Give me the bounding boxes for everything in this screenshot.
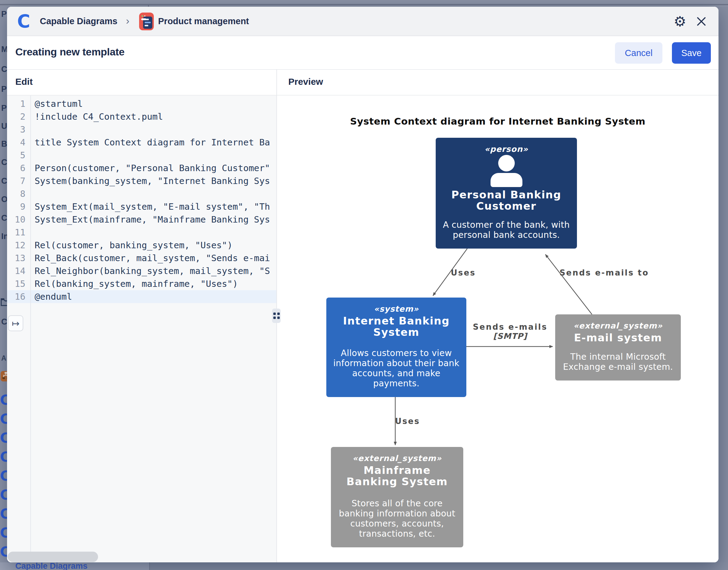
code-line-8[interactable]: 8 (7, 187, 277, 200)
line-text[interactable] (30, 123, 35, 136)
background-menu-item: Pr (1, 103, 7, 113)
create-template-dialog: C Capable Diagrams › Product management … (7, 7, 719, 562)
background-menu-item: Pr (1, 84, 7, 94)
background-space-logo-icon: C (0, 430, 7, 446)
background-menu-item: By (1, 139, 7, 149)
relationship-label: Sends e-mails to (559, 268, 649, 277)
line-text[interactable]: !include C4_Context.puml (30, 110, 163, 123)
settings-gear-icon[interactable]: ⚙ (671, 7, 689, 36)
horizontal-scrollbar-thumb[interactable] (8, 552, 98, 562)
line-text[interactable]: @startuml (30, 97, 83, 110)
background-menu-item: Cl (1, 65, 7, 74)
node-name: Internet Banking System (331, 315, 462, 338)
background-space-logo-icon: C (0, 411, 7, 427)
line-number: 14 (7, 265, 30, 277)
diagram-node-mail_system: «external_system»E-mail systemThe intern… (555, 314, 681, 380)
line-text[interactable]: Rel(banking_system, mainframe, "Uses") (30, 277, 238, 290)
background-bottom-strip: Capable Diagrams (0, 562, 728, 570)
diagram-preview: System Context diagram for Internet Bank… (277, 95, 719, 562)
line-text[interactable] (30, 226, 35, 239)
line-number: 4 (7, 136, 30, 149)
background-menu-item: In (1, 232, 7, 241)
code-line-12[interactable]: 12Rel(customer, banking_system, "Uses") (7, 239, 277, 252)
background-menu-item: O (1, 195, 7, 204)
line-text[interactable]: title System Context diagram for Interne… (30, 136, 270, 149)
background-sidebar-divider (149, 562, 150, 570)
node-name: E-mail system (570, 332, 666, 343)
line-text[interactable] (30, 187, 35, 200)
line-text[interactable]: Rel_Back(customer, mail_system, "Sends e… (30, 252, 270, 265)
background-menu-item: Cl (1, 213, 7, 223)
code-line-3[interactable]: 3 (7, 123, 277, 136)
relationship-label: Uses (395, 416, 420, 426)
line-text[interactable]: System_Ext(mainframe, "Mainframe Banking… (30, 213, 270, 226)
node-stereotype: «system» (374, 304, 419, 313)
code-line-4[interactable]: 4title System Context diagram for Intern… (7, 136, 277, 149)
node-description: Stores all of the core banking informati… (335, 498, 459, 539)
panels-header: Edit Preview (7, 69, 719, 95)
code-line-7[interactable]: 7System(banking_system, "Internet Bankin… (7, 175, 277, 187)
gutter-divider (30, 95, 31, 562)
code-line-15[interactable]: 15Rel(banking_system, mainframe, "Uses") (7, 277, 277, 290)
line-text[interactable]: Rel(customer, banking_system, "Uses") (30, 239, 232, 252)
node-name: Personal Banking Customer (440, 189, 573, 212)
background-sidebar: PrMClPrPrUlByCaCaOClInCrAPCCCCCCCCC (0, 7, 7, 562)
code-line-5[interactable]: 5 (7, 149, 277, 162)
code-line-2[interactable]: 2!include C4_Context.puml (7, 110, 277, 123)
code-line-9[interactable]: 9System_Ext(mail_system, "E-mail system"… (7, 200, 277, 213)
code-line-10[interactable]: 10System_Ext(mainframe, "Mainframe Banki… (7, 213, 277, 226)
code-line-14[interactable]: 14Rel_Neighbor(banking_system, mail_syst… (7, 265, 277, 277)
code-line-16[interactable]: 16@enduml (7, 290, 277, 303)
node-description: The internal Microsoft Exchange e-mail s… (559, 352, 677, 372)
line-text[interactable]: System_Ext(mail_system, "E-mail system",… (30, 200, 270, 213)
code-editor[interactable]: 1@startuml2!include C4_Context.puml34tit… (7, 95, 277, 562)
background-menu-item: AP (1, 354, 7, 362)
collapse-panel-button[interactable]: ↦ (8, 315, 23, 331)
background-menu-item: M (1, 45, 7, 54)
line-text[interactable]: System(banking_system, "Internet Banking… (30, 175, 270, 187)
background-space-logo-icon: C (0, 525, 7, 541)
code-line-1[interactable]: 1@startuml (7, 97, 277, 110)
cancel-button[interactable]: Cancel (615, 42, 663, 64)
background-space-logo-icon: C (0, 506, 7, 522)
line-number: 15 (7, 277, 30, 290)
code-line-11[interactable]: 11 (7, 226, 277, 239)
background-menu-item: Ca (1, 176, 7, 186)
breadcrumb-app-name[interactable]: Capable Diagrams (40, 16, 117, 26)
close-icon[interactable] (692, 7, 711, 36)
save-button[interactable]: Save (672, 42, 711, 64)
line-number: 12 (7, 239, 30, 252)
line-number: 6 (7, 162, 30, 175)
background-menu-item: Cr (1, 317, 7, 327)
line-number: 10 (7, 213, 30, 226)
background-top-bar (0, 0, 728, 7)
background-space-logo-icon: C (0, 544, 7, 560)
node-stereotype: «person» (485, 145, 528, 154)
line-text[interactable]: Rel_Neighbor(banking_system, mail_system… (30, 265, 270, 277)
line-number: 2 (7, 110, 30, 123)
line-text[interactable]: Person(customer, "Personal Banking Custo… (30, 162, 270, 175)
background-space-logo-icon: C (0, 468, 7, 484)
line-number: 13 (7, 252, 30, 265)
code-line-6[interactable]: 6Person(customer, "Personal Banking Cust… (7, 162, 277, 175)
background-top-divider (0, 4, 728, 5)
background-menu-item: Pr (1, 9, 7, 19)
breadcrumb-page-name[interactable]: Product management (158, 16, 249, 26)
relationship-label: Uses (451, 268, 476, 277)
capable-diagrams-logo-icon: C (17, 13, 35, 31)
relationship-technology: [SMTP] (473, 331, 547, 341)
line-text[interactable] (30, 149, 35, 162)
line-number: 3 (7, 123, 30, 136)
background-space-logo-icon: C (0, 449, 7, 465)
sitemap-icon (1, 371, 7, 381)
line-number: 7 (7, 175, 30, 187)
background-menu-item: Ul (1, 121, 7, 131)
preview-panel-label: Preview (288, 76, 323, 87)
line-number: 1 (7, 97, 30, 110)
line-number: 11 (7, 226, 30, 239)
line-text[interactable]: @enduml (30, 290, 72, 303)
line-number: 8 (7, 187, 30, 200)
splitter-drag-handle[interactable] (272, 309, 281, 323)
node-description: Allows customers to view information abo… (331, 348, 462, 388)
code-line-13[interactable]: 13Rel_Back(customer, mail_system, "Sends… (7, 252, 277, 265)
